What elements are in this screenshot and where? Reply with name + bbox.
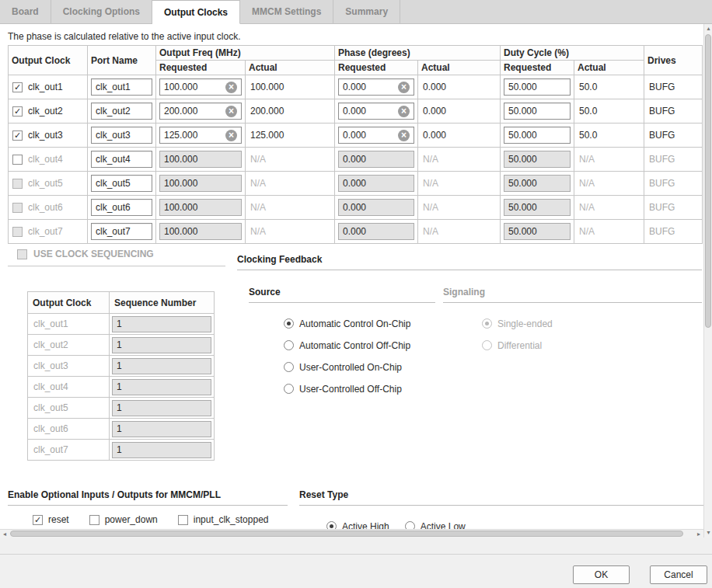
- scroll-left-icon[interactable]: ◂: [0, 530, 9, 538]
- duty-actual-value: N/A: [574, 154, 599, 165]
- use-clock-sequencing-label: USE CLOCK SEQUENCING: [33, 249, 154, 259]
- drives-value: BUFG: [644, 202, 679, 213]
- freq-requested-input: 100.000: [159, 223, 242, 240]
- check-icon: ✓: [14, 107, 21, 116]
- feedback-source-radios: Automatic Control On-Chip Automatic Cont…: [284, 318, 410, 394]
- freq-actual-value: N/A: [246, 178, 270, 189]
- cancel-button[interactable]: Cancel: [650, 565, 707, 584]
- clear-icon[interactable]: ×: [225, 106, 237, 117]
- freq-requested-input[interactable]: 100.000×: [159, 78, 242, 96]
- clear-icon[interactable]: ×: [225, 130, 237, 141]
- seq-row: clk_out2 1: [28, 335, 215, 356]
- clear-icon[interactable]: ×: [225, 82, 237, 93]
- sequence-number-input: 1: [112, 316, 211, 332]
- checkbox-power-down[interactable]: power_down: [89, 514, 158, 525]
- radio-icon: [482, 318, 492, 329]
- port-name-input[interactable]: clk_out4: [91, 151, 152, 168]
- clear-icon[interactable]: ×: [398, 130, 410, 141]
- checkbox-reset[interactable]: ✓ reset: [33, 514, 69, 525]
- optional-io-title: Enable Optional Inputs / Outputs for MMC…: [8, 489, 288, 506]
- seq-col-sequence-number: Sequence Number: [110, 292, 215, 314]
- port-name-input[interactable]: clk_out3: [91, 127, 152, 144]
- radio-user-controlled-on-chip[interactable]: User-Controlled On-Chip: [284, 362, 410, 372]
- seq-row: clk_out1 1: [28, 314, 215, 335]
- duty-requested-input[interactable]: 50.000: [504, 127, 571, 144]
- tab-mmcm-settings[interactable]: MMCM Settings: [240, 0, 333, 23]
- horizontal-scrollbar-thumb[interactable]: [10, 531, 683, 537]
- enable-checkbox[interactable]: ✓: [12, 130, 23, 141]
- duty-requested-input[interactable]: 50.000: [504, 78, 571, 96]
- phase-requested-input[interactable]: 0.000×: [338, 127, 414, 144]
- vertical-scrollbar[interactable]: ▴ ▾: [703, 24, 712, 538]
- table-row: ✓ clk_out3 clk_out3 125.000× 125.000 0.0…: [9, 124, 703, 148]
- sequencing-table: Output Clock Sequence Number clk_out1 1 …: [27, 291, 215, 461]
- checkbox-input-clk-stopped[interactable]: input_clk_stopped: [178, 514, 269, 525]
- col-phase-requested: Requested: [335, 61, 418, 75]
- enable-checkbox[interactable]: [12, 155, 23, 165]
- phase-requested-input[interactable]: 0.000×: [338, 103, 414, 120]
- scroll-up-icon[interactable]: ▴: [704, 24, 712, 33]
- tab-output-clocks[interactable]: Output Clocks: [152, 0, 240, 24]
- port-name-input[interactable]: clk_out7: [91, 223, 152, 240]
- scroll-right-icon[interactable]: ▸: [694, 530, 703, 538]
- seq-row: clk_out5 1: [28, 398, 215, 419]
- scroll-down-icon[interactable]: ▾: [704, 528, 712, 538]
- enable-checkbox[interactable]: ✓: [12, 82, 23, 92]
- output-clock-name: clk_out5: [28, 178, 63, 189]
- enable-checkbox: [12, 227, 23, 237]
- port-name-input[interactable]: clk_out5: [91, 175, 152, 192]
- freq-actual-value: 125.000: [246, 130, 288, 141]
- freq-actual-value: N/A: [246, 226, 270, 237]
- freq-requested-input[interactable]: 200.000×: [159, 103, 242, 120]
- output-clock-name: clk_out4: [28, 154, 63, 165]
- tab-board[interactable]: Board: [0, 0, 51, 23]
- duty-actual-value: 50.0: [574, 130, 602, 141]
- freq-requested-input[interactable]: 125.000×: [159, 127, 242, 144]
- freq-actual-value: 100.000: [246, 82, 288, 92]
- duty-actual-value: N/A: [574, 202, 599, 213]
- freq-requested-input: 100.000: [159, 199, 242, 216]
- table-row: clk_out6 clk_out6 100.000 N/A 0.000 N/A …: [9, 196, 703, 220]
- radio-icon: [284, 362, 294, 372]
- radio-automatic-control-off-chip[interactable]: Automatic Control Off-Chip: [284, 340, 410, 350]
- duty-requested-input[interactable]: 50.000: [504, 103, 571, 120]
- radio-user-controlled-off-chip[interactable]: User-Controlled Off-Chip: [284, 384, 410, 394]
- clear-icon[interactable]: ×: [398, 82, 410, 93]
- col-freq-actual: Actual: [246, 61, 335, 75]
- col-drives: Drives: [644, 46, 703, 75]
- phase-requested-input[interactable]: 0.000×: [338, 78, 414, 96]
- table-row: clk_out4 clk_out4 100.000 N/A 0.000 N/A …: [9, 148, 703, 172]
- port-name-input[interactable]: clk_out2: [91, 103, 152, 120]
- vertical-scrollbar-thumb[interactable]: [705, 34, 711, 328]
- output-clock-name: clk_out7: [28, 226, 63, 237]
- table-row: ✓ clk_out1 clk_out1 100.000× 100.000 0.0…: [9, 75, 703, 99]
- duty-actual-value: N/A: [574, 178, 599, 189]
- freq-requested-input: 100.000: [159, 175, 242, 192]
- enable-checkbox: [12, 179, 23, 189]
- sequence-number-input: 1: [112, 442, 211, 458]
- table-row: ✓ clk_out2 clk_out2 200.000× 200.000 0.0…: [9, 99, 703, 124]
- tab-summary[interactable]: Summary: [333, 0, 400, 23]
- tab-clocking-options[interactable]: Clocking Options: [51, 0, 152, 23]
- drives-value: BUFG: [644, 106, 679, 117]
- drives-value: BUFG: [644, 154, 679, 165]
- table-row: clk_out5 clk_out5 100.000 N/A 0.000 N/A …: [9, 172, 703, 196]
- radio-icon: [284, 384, 294, 394]
- radio-automatic-control-on-chip[interactable]: Automatic Control On-Chip: [284, 318, 410, 329]
- horizontal-scrollbar[interactable]: ◂ ▸: [0, 529, 703, 538]
- col-port-name: Port Name: [88, 46, 156, 75]
- port-name-input[interactable]: clk_out1: [91, 78, 152, 96]
- radio-icon: [284, 318, 294, 329]
- output-clocks-table: Output Clock Port Name Output Freq (MHz)…: [8, 45, 703, 244]
- enable-checkbox[interactable]: ✓: [12, 106, 23, 117]
- phase-actual-value: N/A: [418, 202, 443, 213]
- freq-actual-value: N/A: [246, 202, 270, 213]
- ok-button[interactable]: OK: [573, 565, 630, 584]
- clear-icon[interactable]: ×: [398, 106, 410, 117]
- optional-io-checkboxes: ✓ reset power_down input_clk_stopped: [33, 514, 268, 525]
- phase-actual-value: N/A: [418, 178, 443, 189]
- port-name-input[interactable]: clk_out6: [91, 199, 152, 216]
- drives-value: BUFG: [644, 82, 679, 92]
- radio-single-ended: Single-ended: [482, 318, 553, 329]
- radio-differential: Differential: [482, 340, 553, 350]
